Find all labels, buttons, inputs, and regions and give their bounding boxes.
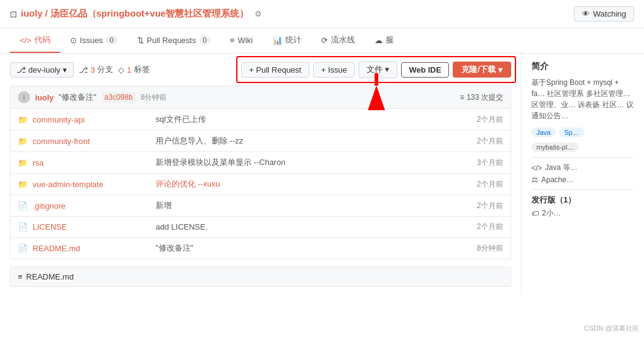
readme-bar: ≡ README.md — [10, 267, 511, 287]
services-icon: ☁ — [375, 36, 383, 45]
branch-count-link[interactable]: 3 — [90, 65, 95, 74]
file-doc-icon: 📄 — [18, 244, 28, 253]
meta-java-label: Java 等… — [545, 163, 578, 173]
commit-author[interactable]: iuoly — [35, 93, 54, 102]
repo-name[interactable]: 汤臣亿品（springboot+vue智慧社区管理系统） — [50, 8, 249, 18]
file-commit: 用户信息导入、删除 --zz — [156, 135, 454, 147]
repo-owner[interactable]: iuoly — [21, 8, 42, 18]
meta-license: ⚖ Apache… — [531, 175, 634, 184]
folder-icon: 📁 — [18, 137, 28, 146]
eye-icon: 👁 — [582, 9, 590, 18]
pull-request-button[interactable]: + Pull Request — [241, 62, 309, 78]
license-icon: ⚖ — [531, 175, 538, 184]
tag-java[interactable]: Java — [531, 127, 555, 137]
sidebar-divider — [531, 157, 634, 158]
tag-row: Java Sp… — [531, 127, 634, 137]
file-doc-icon: 📄 — [18, 222, 28, 231]
file-commit: 新增 — [156, 200, 454, 211]
tag-count-item[interactable]: ◇ 1 标签 — [118, 64, 149, 75]
file-link[interactable]: vue-admin-template — [33, 180, 103, 189]
tab-pr-label: Pull Requests — [147, 36, 196, 45]
commit-count-icon: ≡ — [460, 93, 464, 102]
branch-fork-icon: ⎇ — [79, 65, 88, 74]
file-link[interactable]: README.md — [33, 244, 80, 253]
file-time: 2个月前 — [454, 201, 503, 211]
file-link[interactable]: rsa — [33, 158, 44, 167]
release-icon: 🏷 — [531, 209, 539, 218]
tag-mybatis[interactable]: mybatis-pl… — [531, 142, 579, 152]
pr-badge: 0 — [199, 36, 210, 44]
branch-selector[interactable]: ⎇ dev-iuoly ▾ — [10, 62, 74, 78]
tab-stats-label: 统计 — [285, 34, 301, 46]
repo-icon: ⊡ — [10, 9, 17, 19]
table-row: 📄 LICENSE add LICENSE. 2个月前 — [10, 217, 511, 238]
tab-wiki-label: Wiki — [237, 36, 253, 45]
file-table: 📁 community-api sql文件已上传 2个月前 📁 communit… — [10, 109, 511, 259]
file-link[interactable]: community-front — [33, 137, 90, 146]
tab-pipeline-label: 流水线 — [331, 34, 355, 46]
sidebar-description: 基于Spring Boot + mysql + fa… 社区管理系 多社区管理…… — [531, 77, 634, 121]
commit-count-label: 133 次提交 — [467, 92, 503, 103]
branch-count-item[interactable]: ⎇ 3 分支 — [79, 64, 113, 75]
repo-area: ⎇ dev-iuoly ▾ ⎇ 3 分支 ◇ 1 标签 — [0, 54, 521, 294]
meta-license-label: Apache… — [541, 175, 574, 184]
tag-sp[interactable]: Sp… — [559, 127, 584, 137]
commit-hash[interactable]: a3c098b — [101, 92, 136, 102]
nav-tabs: </> 代码 ⊙ Issues 0 ⇅ Pull Requests 0 ≡ Wi… — [0, 28, 644, 54]
watching-button[interactable]: 👁 Watching — [574, 6, 634, 22]
file-commit: sql文件已上传 — [156, 114, 454, 125]
avatar-initials: i — [23, 94, 25, 101]
file-time: 3个月前 — [454, 158, 503, 168]
tab-pipeline[interactable]: ⟳ 流水线 — [311, 28, 365, 53]
commit-count[interactable]: ≡ 133 次提交 — [460, 92, 503, 103]
watching-label: Watching — [593, 9, 626, 18]
tab-code[interactable]: </> 代码 — [10, 28, 60, 53]
issues-badge: 0 — [106, 36, 117, 44]
file-link[interactable]: LICENSE — [33, 222, 67, 231]
issue-button[interactable]: + Issue — [313, 62, 355, 78]
tab-issues[interactable]: ⊙ Issues 0 — [60, 30, 127, 52]
file-doc-icon: 📄 — [18, 201, 28, 211]
tab-stats[interactable]: 📊 统计 — [263, 28, 311, 53]
release-title[interactable]: 发行版（1） — [531, 195, 634, 206]
branch-name: dev-iuoly — [28, 65, 60, 74]
tab-pull-requests[interactable]: ⇅ Pull Requests 0 — [127, 30, 220, 52]
pipeline-icon: ⟳ — [321, 36, 328, 45]
chevron-down-icon: ▾ — [498, 65, 503, 74]
table-row: 📄 README.md "修改备注" 8分钟前 — [10, 238, 511, 259]
tab-issues-label: Issues — [80, 36, 103, 45]
folder-icon: 📁 — [18, 158, 28, 167]
clone-label: 克隆/下载 — [461, 64, 496, 75]
readme-icon: ≡ — [18, 272, 23, 281]
settings-icon[interactable]: ⚙ — [255, 9, 262, 18]
commit-link[interactable]: 评论的优化 --xuxu — [156, 179, 220, 188]
commit-message: "修改备注" — [58, 92, 96, 103]
meta-java: </> Java 等… — [531, 163, 634, 173]
file-name: rsa — [33, 158, 156, 167]
release-time-label: 2小… — [542, 208, 561, 219]
web-ide-button[interactable]: Web IDE — [401, 62, 450, 78]
main-content: ⎇ dev-iuoly ▾ ⎇ 3 分支 ◇ 1 标签 — [0, 54, 644, 294]
clone-button[interactable]: 克隆/下载 ▾ — [453, 62, 511, 78]
stats-icon: 📊 — [272, 36, 282, 45]
table-row: 📄 .gitignore 新增 2个月前 — [10, 195, 511, 217]
file-link[interactable]: community-api — [33, 115, 85, 124]
issues-icon: ⊙ — [70, 36, 77, 45]
file-commit: "修改备注" — [156, 243, 454, 254]
tag-icon: ◇ — [118, 65, 124, 74]
tag-count-link[interactable]: 1 — [127, 65, 131, 74]
file-label: 文件 — [367, 65, 383, 74]
repo-controls: ⎇ dev-iuoly ▾ ⎇ 3 分支 ◇ 1 标签 — [10, 61, 511, 78]
file-time: 2个月前 — [454, 179, 503, 190]
tab-wiki[interactable]: ≡ Wiki — [220, 30, 263, 52]
tab-services[interactable]: ☁ 服 — [365, 28, 403, 53]
wiki-icon: ≡ — [230, 36, 235, 45]
branch-icon: ⎇ — [17, 65, 26, 74]
chevron-down-icon: ▾ — [385, 65, 389, 74]
file-link[interactable]: .gitignore — [33, 201, 65, 211]
file-name: LICENSE — [33, 222, 156, 231]
file-time: 2个月前 — [454, 115, 503, 125]
action-buttons-group: + Pull Request + Issue 文件 ▾ Web IDE 克隆/下… — [241, 61, 511, 78]
tab-code-label: 代码 — [34, 34, 50, 46]
repo-title: iuoly / 汤臣亿品（springboot+vue智慧社区管理系统） — [21, 8, 248, 20]
